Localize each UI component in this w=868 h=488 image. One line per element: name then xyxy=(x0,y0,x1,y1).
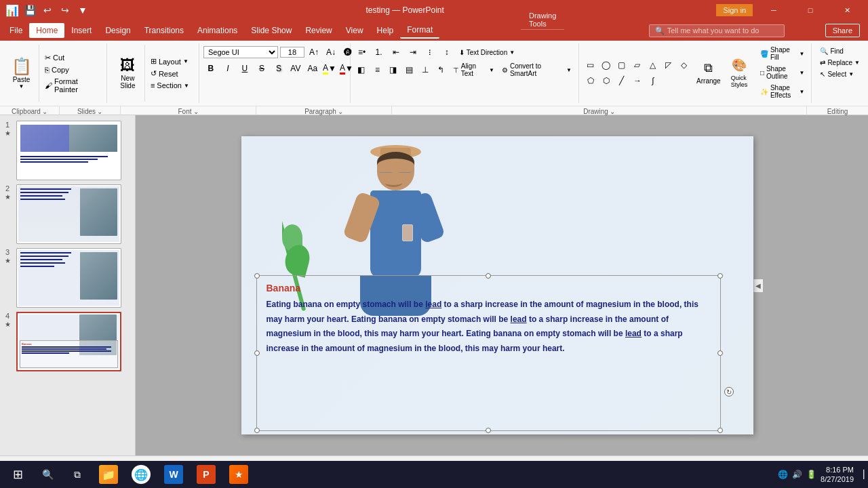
bullets-button[interactable]: ≡• xyxy=(355,45,370,60)
tray-battery[interactable]: 🔋 xyxy=(806,470,816,479)
find-button[interactable]: 🔍 Find xyxy=(817,46,863,56)
layout-button[interactable]: ⊞ Layout ▼ xyxy=(148,56,192,67)
rtl-button[interactable]: ↰ xyxy=(434,62,448,77)
redo-button[interactable]: ↪ xyxy=(58,3,72,17)
save-button[interactable]: 💾 xyxy=(23,3,37,17)
change-case-button[interactable]: Aa xyxy=(305,61,320,76)
slide-thumbnail-2[interactable] xyxy=(16,184,121,244)
handle-bl[interactable] xyxy=(254,428,260,433)
align-left-button[interactable]: ◧ xyxy=(355,62,369,77)
handle-br[interactable] xyxy=(717,428,723,433)
taskbar-word[interactable]: W xyxy=(159,462,189,487)
line-spacing-button[interactable]: ↕ xyxy=(439,45,454,60)
slide-item-4[interactable]: 4 ★ Banana xyxy=(3,312,132,371)
paste-dropdown[interactable]: ▼ xyxy=(19,83,24,89)
diamond-button[interactable]: ◇ xyxy=(677,58,692,73)
arrange-button[interactable]: ⧉ Arrange xyxy=(695,60,722,86)
slide-item-2[interactable]: 2 ★ xyxy=(3,184,132,244)
rounded-rect-button[interactable]: ▢ xyxy=(614,58,629,73)
menu-help[interactable]: Help xyxy=(370,23,401,38)
font-size-input[interactable] xyxy=(280,47,304,58)
handle-mr[interactable] xyxy=(717,350,723,356)
slide-thumbnail-1[interactable] xyxy=(16,121,121,180)
strikethrough-button[interactable]: S xyxy=(254,61,269,76)
handle-tl[interactable] xyxy=(254,273,260,279)
tray-sound[interactable]: 🔊 xyxy=(792,470,802,479)
reset-button[interactable]: ↺ Reset xyxy=(148,68,192,79)
shape-outline-button[interactable]: □ Shape Outline ▼ xyxy=(757,64,807,81)
parallelogram-button[interactable]: ▱ xyxy=(630,58,645,73)
align-center-button[interactable]: ≡ xyxy=(370,62,384,77)
text-box[interactable]: Banana Eating banana on empty stomach wi… xyxy=(256,275,721,431)
tray-network[interactable]: 🌐 xyxy=(778,470,788,479)
oval-shape-button[interactable]: ◯ xyxy=(599,58,614,73)
decrease-indent-button[interactable]: ⇤ xyxy=(389,45,403,60)
copy-button[interactable]: ⎘ Copy xyxy=(42,64,100,75)
slide-item-1[interactable]: 1 ★ xyxy=(3,121,132,180)
undo-button[interactable]: ↩ xyxy=(41,3,54,17)
restore-button[interactable]: □ xyxy=(795,0,826,20)
menu-file[interactable]: File xyxy=(3,23,29,38)
justify-button[interactable]: ▤ xyxy=(402,62,416,77)
shape-fill-button[interactable]: 🪣 Shape Fill ▼ xyxy=(757,45,807,62)
system-clock[interactable]: 8:16 PM 8/27/2019 xyxy=(821,465,854,485)
underline-button[interactable]: U xyxy=(237,61,252,76)
menu-home[interactable]: Home xyxy=(29,23,64,38)
minimize-button[interactable]: ─ xyxy=(758,0,789,20)
slide-item-3[interactable]: 3 ★ xyxy=(3,248,132,308)
paste-button[interactable]: 📋 Paste ▼ xyxy=(4,45,39,102)
handle-bm[interactable] xyxy=(486,428,491,433)
columns-button[interactable]: ⫶ xyxy=(422,45,437,60)
right-triangle-button[interactable]: ◸ xyxy=(661,58,676,73)
menu-slideshow[interactable]: Slide Show xyxy=(244,23,298,38)
shape-effects-button[interactable]: ✨ Shape Effects ▼ xyxy=(757,83,807,100)
new-slide-button[interactable]: 🖼 New Slide xyxy=(111,45,145,102)
hexagon-button[interactable]: ⬡ xyxy=(599,73,614,88)
handle-tr[interactable] xyxy=(717,273,723,279)
menu-design[interactable]: Design xyxy=(98,23,137,38)
slide-thumbnail-3[interactable] xyxy=(16,248,121,308)
slide-thumbnail-4[interactable]: Banana xyxy=(16,312,121,371)
taskbar-powerpoint[interactable]: P xyxy=(191,462,221,487)
customize-button[interactable]: ▼ xyxy=(76,3,90,17)
curve-button[interactable]: ∫ xyxy=(646,73,660,88)
format-painter-button[interactable]: 🖌 Format Painter xyxy=(42,76,100,95)
convert-smartart-button[interactable]: ⚙ Convert to SmartArt ▼ xyxy=(499,61,574,79)
quick-styles-button[interactable]: 🎨 QuickStyles xyxy=(726,56,753,89)
search-input[interactable] xyxy=(667,26,769,35)
sign-in-button[interactable]: Sign in xyxy=(716,4,753,16)
triangle-button[interactable]: △ xyxy=(646,58,660,73)
menu-transitions[interactable]: Transitions xyxy=(138,23,191,38)
menu-review[interactable]: Review xyxy=(298,23,338,38)
shadow-button[interactable]: S xyxy=(271,61,286,76)
collapse-button[interactable]: ◀ xyxy=(755,282,762,289)
taskbar-app5[interactable]: ★ xyxy=(224,462,254,487)
handle-tm[interactable] xyxy=(486,273,491,279)
line-button[interactable]: ╱ xyxy=(614,73,629,88)
spacing-button[interactable]: AV xyxy=(288,61,303,76)
handle-ml[interactable] xyxy=(254,350,260,356)
select-button[interactable]: ↖ Select ▼ xyxy=(817,69,863,79)
rotate-handle[interactable]: ↻ xyxy=(724,387,734,396)
menu-insert[interactable]: Insert xyxy=(64,23,98,38)
menu-animations[interactable]: Animations xyxy=(191,23,244,38)
bold-button[interactable]: B xyxy=(203,61,218,76)
section-button[interactable]: ≡ Section ▼ xyxy=(148,80,192,91)
cut-button[interactable]: ✂ Cut xyxy=(42,52,100,64)
align-right-button[interactable]: ◨ xyxy=(387,62,401,77)
text-direction-button[interactable]: ⬇ Text Direction ▼ xyxy=(456,47,518,58)
menu-view[interactable]: View xyxy=(339,23,370,38)
align-text-button[interactable]: ⊤ Align Text ▼ xyxy=(450,61,497,79)
share-button[interactable]: Share xyxy=(825,24,860,37)
highlight-color-button[interactable]: A▼ xyxy=(322,61,337,76)
close-button[interactable]: ✕ xyxy=(831,0,863,20)
pentagon-button[interactable]: ⬠ xyxy=(583,73,598,88)
menu-format[interactable]: Format xyxy=(400,22,439,39)
start-button[interactable]: ⊞ xyxy=(4,462,31,487)
search-button[interactable]: 🔍 xyxy=(34,462,61,487)
arrow-button[interactable]: → xyxy=(630,73,645,88)
taskbar-chrome[interactable]: 🌐 xyxy=(126,462,156,487)
replace-button[interactable]: ⇄ Replace ▼ xyxy=(817,58,863,68)
align-bottom-button[interactable]: ⊥ xyxy=(418,62,433,77)
increase-indent-button[interactable]: ⇥ xyxy=(406,45,420,60)
